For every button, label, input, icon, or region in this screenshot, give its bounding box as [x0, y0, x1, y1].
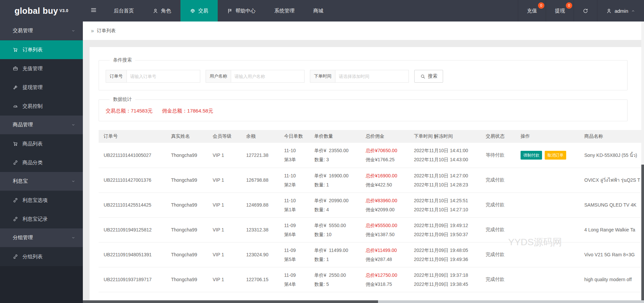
cart-icon — [13, 47, 18, 52]
nav-dashboard-label: 后台首页 — [114, 8, 134, 14]
cell-line: 第2单 — [284, 181, 307, 188]
cell-member-level: VIP 1 — [208, 143, 241, 168]
group-grouping-management[interactable]: 分组管理 — [0, 228, 83, 247]
cell-line: 2022年11月09日 19:37:18 — [414, 272, 479, 278]
cell-line: 11-10 — [284, 147, 307, 154]
cell-balance: 127221.38 — [241, 143, 279, 168]
chevron-up-icon — [631, 9, 635, 13]
group-goods-management-label: 商品管理 — [13, 122, 33, 128]
gauge-icon — [13, 103, 18, 109]
cell-today-orders: 11-09第5单 — [279, 242, 309, 267]
recharge-button[interactable]: 充值0 — [518, 0, 546, 21]
sidebar-item-recharge-management[interactable]: 充值管理 — [0, 59, 83, 78]
scales-icon — [190, 8, 196, 14]
breadcrumb: » 订单列表 — [83, 21, 644, 40]
cell-order-no: UB2211101425514425 — [99, 192, 166, 217]
cell-actions — [516, 267, 579, 292]
table-row: UB2211101441005027Thongcha99VIP 1127221.… — [99, 143, 644, 168]
cell-order-no: UB2211101427001376 — [99, 168, 166, 192]
nav-system[interactable]: 系统管理 — [265, 0, 304, 21]
user-name-field-label: 用户名称 — [206, 70, 231, 83]
column-header: 交易状态 — [481, 130, 516, 143]
sidebar-toggle-button[interactable] — [83, 0, 104, 21]
order-time-field-label: 下单时间 — [310, 70, 335, 83]
nav-system-label: 系统管理 — [274, 8, 294, 14]
page-title: 订单列表 — [97, 28, 116, 34]
order-time-field: 下单时间 — [310, 70, 409, 83]
cell-order-unfreeze-time: 2022年11月09日 19:37:182022年11月09日 19:38:45 — [409, 267, 481, 292]
group-interest-treasure[interactable]: 利息宝 — [0, 172, 83, 191]
sidebar-item-trade-control[interactable]: 交易控制 — [0, 97, 83, 116]
cell-trade-status: 完成付款 — [481, 168, 516, 192]
sidebar-item-withdraw-management[interactable]: 提现管理 — [0, 78, 83, 97]
app-version: V3.0 — [59, 8, 68, 13]
cell-line: 第6单 — [284, 231, 307, 238]
person-icon — [606, 8, 612, 14]
recharge-button-label: 充值 — [527, 8, 537, 14]
force-pay-button[interactable]: 强制付款 — [521, 151, 542, 160]
cell-total-commission: 总价¥11499.00佣金¥287.48 — [361, 242, 409, 267]
sidebar-item-order-list[interactable]: 订单列表 — [0, 40, 83, 59]
cell-product-name: SAMSUNG QLED TV 4K — [579, 192, 644, 217]
cell-line: 2022年11月10日 14:28:23 — [414, 181, 479, 188]
group-trade-management[interactable]: 交易管理 — [0, 21, 83, 40]
column-header: 下单时间 解冻时间 — [409, 130, 481, 143]
cell-line: 总价¥11499.00 — [366, 247, 407, 254]
nav-roles[interactable]: 角色 — [143, 0, 180, 21]
column-header: 订单号 — [99, 130, 166, 143]
sidebar-item-goods-category[interactable]: 商品分类 — [0, 153, 83, 172]
sidebar-item-group-list[interactable]: 分组列表 — [0, 247, 83, 266]
cell-line: 2022年11月09日 19:48:05 — [414, 247, 479, 254]
order-no-field-label: 订单号 — [106, 70, 127, 83]
cell-line: 2022年11月10日 14:43:00 — [414, 156, 479, 163]
cell-trade-status: 等待付款 — [481, 143, 516, 168]
flag-icon — [227, 8, 233, 14]
link-icon — [13, 254, 18, 259]
cell-line: 单价¥ 20990.00 — [314, 197, 359, 204]
cell-balance: 123024.90 — [241, 242, 279, 267]
nav-dashboard[interactable]: 后台首页 — [104, 0, 143, 21]
cell-actions: 强制付款取消订单 — [516, 143, 579, 168]
group-trade-management-label: 交易管理 — [13, 28, 33, 34]
cell-line: 总价¥12750.00 — [366, 272, 407, 278]
content-card: 条件搜索 订单号用户名称下单时间 搜索 数据统计 交易总额：714583元 佣金… — [90, 47, 644, 303]
cell-today-orders: 11-10第1单 — [279, 192, 309, 217]
cell-line: 总价¥70650.00 — [366, 147, 407, 154]
cell-trade-status: 完成付款 — [481, 242, 516, 267]
total-commission-amount: 佣金总额：17864.58元 — [162, 108, 213, 114]
order-no-field-input[interactable] — [126, 70, 200, 83]
cell-product-name: Sony KD-55X80J (55 นิ้ว) — [579, 143, 644, 168]
gavel-icon — [13, 85, 18, 90]
link-icon — [13, 198, 18, 203]
horizontal-scrollbar-thumb[interactable] — [83, 300, 378, 303]
cell-today-orders: 11-10第2单 — [279, 168, 309, 192]
vertical-scrollbar[interactable] — [641, 21, 644, 300]
sidebar-item-interest-options[interactable]: 利息宝选项 — [0, 191, 83, 210]
sidebar-item-interest-records[interactable]: 利息宝记录 — [0, 210, 83, 228]
order-time-field-input[interactable] — [335, 70, 409, 83]
user-name-field-input[interactable] — [231, 70, 305, 83]
vertical-scrollbar-thumb[interactable] — [641, 165, 644, 300]
hamburger-icon — [90, 7, 97, 15]
sidebar-item-goods-list[interactable]: 商品列表 — [0, 134, 83, 153]
cell-member-level: VIP 1 — [208, 242, 241, 267]
cancel-order-button[interactable]: 取消订单 — [545, 151, 566, 160]
withdraw-button[interactable]: 提现0 — [546, 0, 574, 21]
cell-trade-status: 完成付款 — [481, 267, 516, 292]
nav-mall[interactable]: 商城 — [304, 0, 333, 21]
nav-trade[interactable]: 交易 — [180, 0, 218, 21]
refresh-button[interactable] — [574, 0, 597, 21]
user-menu[interactable]: admin — [597, 0, 644, 21]
withdraw-button-badge: 0 — [566, 2, 572, 9]
cell-total-commission: 总价¥70650.00佣金¥1766.25 — [361, 143, 409, 168]
horizontal-scrollbar[interactable] — [83, 300, 644, 303]
search-button[interactable]: 搜索 — [414, 70, 443, 83]
cell-product-name: 4 Long Range Walkie Ta — [579, 217, 644, 242]
cell-line: 2022年11月10日 14:27:10 — [414, 206, 479, 213]
table-row: UB2211101427001376Thongcha99VIP 1126798.… — [99, 168, 644, 192]
cell-line: 单价¥ 11499.00 — [314, 247, 359, 254]
search-icon — [420, 74, 426, 79]
nav-help-center[interactable]: 帮助中心 — [218, 0, 265, 21]
group-goods-management[interactable]: 商品管理 — [0, 116, 83, 134]
sidebar-item-interest-options-label: 利息宝选项 — [22, 197, 48, 204]
